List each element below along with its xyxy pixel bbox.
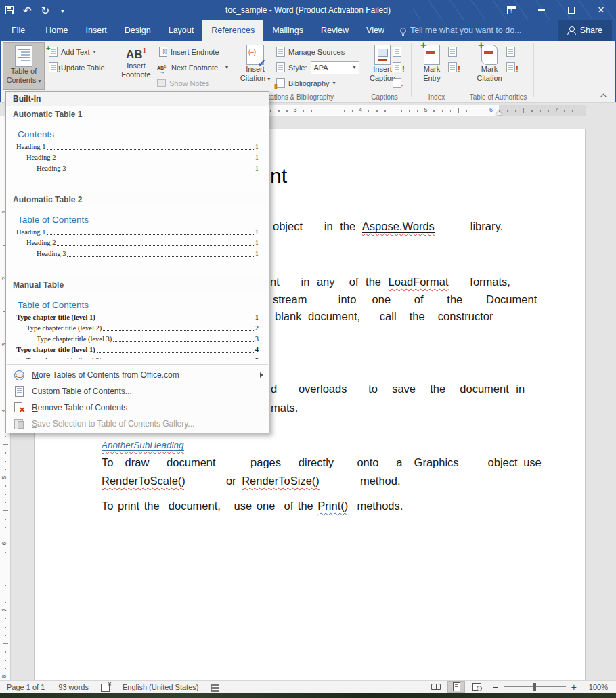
zoom-slider[interactable]	[504, 686, 566, 687]
tab-view[interactable]: View	[357, 20, 393, 41]
word-count[interactable]: 93 words	[51, 683, 95, 691]
style-label: Style:	[288, 64, 307, 72]
bibliography-button[interactable]: ▮ Bibliography▾	[276, 76, 336, 90]
tell-me-box[interactable]: Tell me what you want to do...	[400, 20, 522, 41]
menu-item-more-tables-of-contents-from-office-com[interactable]: More Tables of Contents from Office.com	[6, 367, 269, 383]
language-indicator[interactable]: English (United States)	[116, 683, 206, 691]
tab-file[interactable]: File	[0, 20, 37, 41]
gallery-item-automatic-table-1[interactable]: ContentsHeading 11Heading 21Heading 31	[9, 121, 265, 192]
insert-footnote-button[interactable]: AB1 Insert Footnote	[118, 42, 154, 90]
insert-table-of-figures-button[interactable]	[393, 45, 401, 59]
insert-footnote-icon: AB1	[126, 45, 146, 62]
menu-item-remove-table-of-contents[interactable]: Remove Table of Contents	[6, 399, 269, 416]
mark-citation-icon	[481, 45, 498, 65]
macro-recording-icon[interactable]	[211, 683, 220, 691]
menu-item-custom-table-of-contents[interactable]: Custom Table of Contents...	[6, 383, 269, 399]
document-text-line: d overloads to save the document in	[271, 383, 525, 395]
next-footnote-button[interactable]: AB1 Next Footnote▾	[157, 60, 228, 74]
style-combobox[interactable]: APA▾	[311, 61, 359, 74]
insert-caption-icon	[374, 45, 391, 65]
tab-references[interactable]: References	[202, 20, 263, 41]
toc-preview-entry: Type chapter title (level 2)5	[15, 355, 260, 359]
mark-entry-button[interactable]: Mark Entry	[416, 42, 448, 90]
insert-endnote-button[interactable]: Insert Endnote	[157, 45, 219, 59]
add-text-button[interactable]: + Add Text▾	[49, 45, 96, 59]
cross-reference-button[interactable]: ▫	[393, 76, 401, 90]
document-text-line: nt	[270, 165, 287, 188]
insert-index-icon	[448, 47, 457, 57]
zoom-out-button[interactable]: −	[487, 682, 503, 693]
bibliography-icon: ▮	[276, 78, 285, 88]
document-text-line: nt in any of the LoadFormat formats,	[270, 276, 510, 288]
tab-insert[interactable]: Insert	[77, 20, 116, 41]
update-table-icon: !	[49, 62, 58, 72]
toc-preview-entry: Heading 21	[15, 152, 260, 163]
toc-preview-entry: Type chapter title (level 1)1	[15, 312, 260, 323]
toc-preview-entry: Type chapter title (level 1)4	[15, 345, 260, 355]
tab-layout[interactable]: Layout	[160, 20, 203, 41]
zoom-in-button[interactable]: +	[566, 682, 582, 693]
show-notes-icon	[157, 79, 166, 87]
table-of-contents-button[interactable]: Table of Contents ▾	[3, 42, 45, 90]
remove-icon	[14, 402, 24, 413]
update-authorities-table-button[interactable]: !	[506, 60, 515, 74]
minimize-button[interactable]	[527, 0, 556, 20]
toc-preview-title: Table of Contents	[18, 300, 260, 310]
toc-dropdown-menu: Built-In Automatic Table 1ContentsHeadin…	[5, 91, 269, 433]
toc-preview-title: Contents	[18, 129, 260, 139]
share-button[interactable]: Share	[558, 20, 612, 41]
tab-design[interactable]: Design	[116, 20, 160, 41]
globe-icon	[14, 370, 24, 380]
proofing-errors-icon[interactable]	[101, 683, 110, 691]
toc-button-label-1: Table of	[11, 67, 37, 76]
web-layout-icon	[472, 683, 481, 691]
tab-home[interactable]: Home	[37, 20, 76, 41]
gallery-section-label: Manual Table	[6, 280, 269, 290]
collapse-ribbon-icon[interactable]	[601, 93, 607, 98]
ribbon-display-options-button[interactable]	[497, 0, 527, 20]
zoom-slider-handle[interactable]	[533, 683, 536, 691]
update-index-icon: !	[448, 62, 457, 72]
show-notes-button[interactable]: Show Notes	[157, 76, 209, 90]
share-label: Share	[580, 26, 602, 35]
close-button[interactable]: ×	[586, 0, 616, 20]
group-label-authorities: Table of Authorities	[467, 93, 529, 101]
insert-table-of-authorities-button[interactable]	[506, 45, 515, 59]
page-count[interactable]: Page 1 of 1	[0, 683, 51, 691]
mark-citation-button[interactable]: Mark Citation	[471, 42, 508, 90]
style-row: Style: APA▾	[276, 60, 359, 74]
ribbon-tab-row: FileHomeInsertDesignLayoutReferencesMail…	[0, 20, 616, 41]
zoom-level[interactable]: 100%	[582, 683, 616, 691]
read-mode-button[interactable]	[427, 681, 445, 693]
maximize-button[interactable]	[556, 0, 586, 20]
update-figures-table-button[interactable]: !	[393, 60, 401, 74]
insert-citation-label-2: Citation ▾	[240, 74, 270, 83]
gallery-item-automatic-table-2[interactable]: Table of ContentsHeading 11Heading 21Hea…	[9, 206, 265, 277]
insert-endnote-icon	[157, 47, 167, 57]
tab-mailings[interactable]: Mailings	[263, 20, 312, 41]
word-window: ↶ ↻ ▾ toc_sample - Word (Product Activat…	[0, 0, 616, 698]
toc-preview-entry: Heading 31	[15, 248, 260, 259]
save-icon	[14, 418, 24, 429]
gallery-section-label: Automatic Table 2	[6, 195, 269, 205]
document-text-line: object in the Aspose.Words library.	[273, 220, 503, 233]
next-footnote-icon: AB1	[157, 64, 168, 70]
web-layout-button[interactable]	[468, 681, 485, 693]
document-text-line: stream into one of the Document	[273, 293, 537, 306]
insert-table-of-figures-icon	[393, 47, 401, 57]
person-icon	[567, 26, 575, 35]
update-figures-table-icon: !	[393, 62, 401, 72]
cross-reference-icon: ▫	[393, 78, 401, 88]
insert-index-button[interactable]	[448, 45, 457, 59]
print-layout-button[interactable]	[447, 681, 465, 693]
update-index-button[interactable]: !	[448, 60, 457, 74]
style-icon	[276, 62, 285, 72]
toc-preview-entry: Heading 31	[15, 163, 260, 174]
insert-citation-button[interactable]: Insert Citation ▾	[237, 42, 273, 90]
update-table-button[interactable]: ! Update Table	[49, 60, 105, 74]
gallery-item-manual-table[interactable]: Table of ContentsType chapter title (lev…	[9, 292, 265, 359]
toc-preview-title: Table of Contents	[18, 215, 260, 225]
manage-sources-button[interactable]: Manage Sources	[276, 45, 345, 59]
tab-review[interactable]: Review	[312, 20, 357, 41]
document-text-line: To draw document pages directly onto a G…	[102, 456, 542, 469]
